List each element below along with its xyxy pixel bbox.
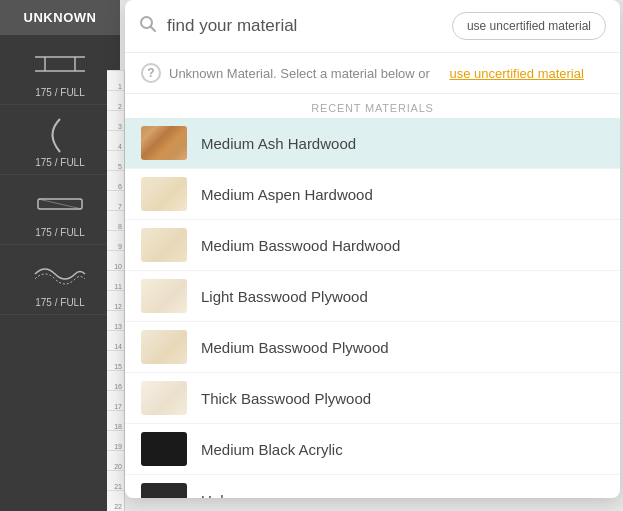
ruler-mark: 13 — [107, 310, 124, 330]
sidebar: UNKNOWN 175 / FULL 175 / FULL — [0, 0, 120, 511]
sidebar-label-3: 175 / FULL — [35, 227, 84, 238]
material-thumb-2 — [141, 228, 187, 262]
ruler-mark: 1 — [107, 70, 124, 90]
material-item-1[interactable]: Medium Aspen Hardwood — [125, 169, 620, 220]
ruler-mark: 8 — [107, 210, 124, 230]
ruler-mark: 10 — [107, 250, 124, 270]
material-name-3: Light Basswood Plywood — [201, 288, 368, 305]
sidebar-item-2[interactable]: 175 / FULL — [0, 105, 120, 175]
curve-icon — [25, 115, 95, 153]
material-thumb-6 — [141, 432, 187, 466]
notice-text: Unknown Material. Select a material belo… — [169, 66, 430, 81]
ruler-mark: 18 — [107, 410, 124, 430]
material-name-7: Unknown — [201, 492, 264, 499]
sidebar-label-4: 175 / FULL — [35, 297, 84, 308]
svg-line-7 — [151, 27, 156, 32]
material-item-5[interactable]: Thick Basswood Plywood — [125, 373, 620, 424]
wave-icon — [25, 255, 95, 293]
material-name-6: Medium Black Acrylic — [201, 441, 343, 458]
ruler: 1 2 3 4 5 6 7 8 9 10 11 12 13 14 15 16 1… — [107, 70, 125, 511]
search-icon — [139, 15, 157, 37]
sidebar-header: UNKNOWN — [0, 0, 120, 35]
ruler-mark: 9 — [107, 230, 124, 250]
material-search-panel: use uncertified material ? Unknown Mater… — [125, 0, 620, 498]
material-item-7[interactable]: Unknown — [125, 475, 620, 498]
ruler-mark: 2 — [107, 90, 124, 110]
material-name-5: Thick Basswood Plywood — [201, 390, 371, 407]
sidebar-item-1[interactable]: 175 / FULL — [0, 35, 120, 105]
sidebar-item-4[interactable]: 175 / FULL — [0, 245, 120, 315]
material-item-3[interactable]: Light Basswood Plywood — [125, 271, 620, 322]
ruler-mark: 3 — [107, 110, 124, 130]
ruler-mark: 20 — [107, 450, 124, 470]
material-item-2[interactable]: Medium Basswood Hardwood — [125, 220, 620, 271]
ruler-mark: 6 — [107, 170, 124, 190]
material-item-4[interactable]: Medium Basswood Plywood — [125, 322, 620, 373]
ruler-mark: 16 — [107, 370, 124, 390]
material-thumb-3 — [141, 279, 187, 313]
ruler-mark: 5 — [107, 150, 124, 170]
material-list: Medium Ash Hardwood Medium Aspen Hardwoo… — [125, 118, 620, 498]
ruler-mark: 17 — [107, 390, 124, 410]
material-thumb-5 — [141, 381, 187, 415]
ruler-mark: 7 — [107, 190, 124, 210]
ruler-mark: 21 — [107, 470, 124, 490]
cut-icon — [25, 45, 95, 83]
unknown-notice: ? Unknown Material. Select a material be… — [125, 53, 620, 94]
use-uncertified-button[interactable]: use uncertified material — [452, 12, 606, 40]
ruler-mark: 11 — [107, 270, 124, 290]
search-input[interactable] — [167, 16, 442, 36]
material-item-0[interactable]: Medium Ash Hardwood — [125, 118, 620, 169]
ruler-mark: 19 — [107, 430, 124, 450]
ruler-mark: 12 — [107, 290, 124, 310]
sidebar-item-3[interactable]: 175 / FULL — [0, 175, 120, 245]
ruler-mark: 15 — [107, 350, 124, 370]
material-name-4: Medium Basswood Plywood — [201, 339, 389, 356]
sidebar-label-2: 175 / FULL — [35, 157, 84, 168]
flat-icon — [25, 185, 95, 223]
material-name-0: Medium Ash Hardwood — [201, 135, 356, 152]
search-bar: use uncertified material — [125, 0, 620, 53]
material-item-6[interactable]: Medium Black Acrylic — [125, 424, 620, 475]
ruler-mark: 14 — [107, 330, 124, 350]
section-label: RECENT MATERIALS — [125, 94, 620, 118]
notice-link[interactable]: use uncertified material — [449, 66, 583, 81]
material-name-1: Medium Aspen Hardwood — [201, 186, 373, 203]
sidebar-label-1: 175 / FULL — [35, 87, 84, 98]
material-name-2: Medium Basswood Hardwood — [201, 237, 400, 254]
ruler-mark: 4 — [107, 130, 124, 150]
material-thumb-7 — [141, 483, 187, 498]
material-thumb-0 — [141, 126, 187, 160]
material-thumb-4 — [141, 330, 187, 364]
svg-line-5 — [38, 199, 82, 209]
material-thumb-1 — [141, 177, 187, 211]
info-icon: ? — [141, 63, 161, 83]
ruler-mark: 22 — [107, 490, 124, 510]
